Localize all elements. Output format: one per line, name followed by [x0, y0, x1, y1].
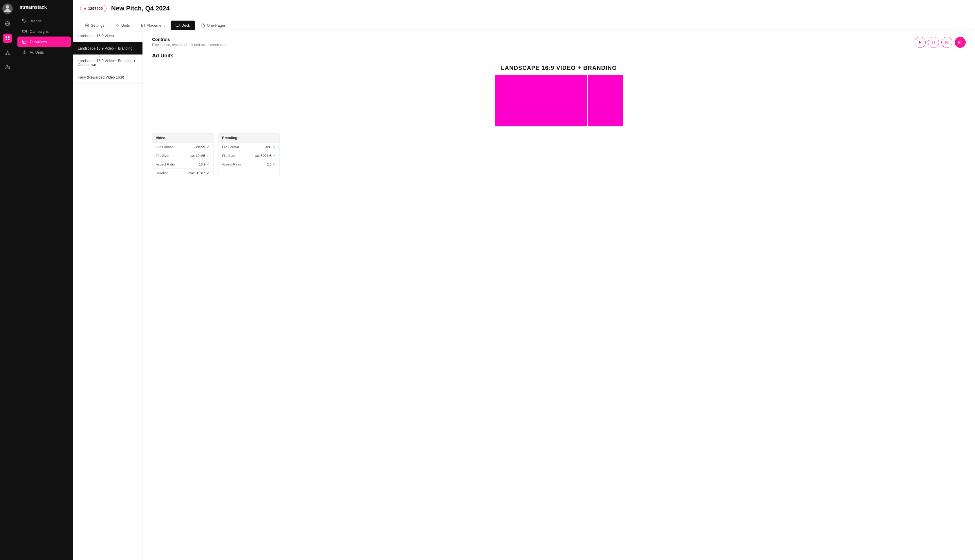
tab-one-pager[interactable]: One-Pager: [196, 21, 231, 30]
units-icon: [115, 23, 120, 28]
camera-icon: [958, 40, 962, 44]
template-item-landscape-video-branding[interactable]: Landscape 16:9 Video + Branding: [73, 42, 142, 55]
svg-point-37: [960, 42, 961, 43]
svg-rect-5: [5, 39, 7, 40]
tab-settings-label: Settings: [91, 23, 104, 28]
layout-icon: [22, 39, 27, 44]
svg-rect-23: [118, 24, 119, 25]
template-item-landscape-video-branding-countdown[interactable]: Landscape 16:9 Video + Branding + Countd…: [73, 55, 142, 71]
screenshot-button[interactable]: [955, 37, 966, 48]
top-header: ● 1297900 New Pitch, Q4 2024: [73, 0, 975, 17]
svg-line-10: [6, 52, 8, 54]
controls-description: Play, pause, restart ad unit and take sc…: [152, 43, 966, 47]
svg-point-9: [9, 54, 10, 55]
play-button[interactable]: [915, 37, 926, 48]
branding-spec-row-size: File Size max. 500 KB ✓: [219, 151, 279, 160]
play-icon: [918, 40, 922, 44]
video-size-label: File Size: [156, 154, 169, 157]
icon-nav-users[interactable]: [3, 63, 12, 72]
controls-section: Controls Play, pause, restart ad unit an…: [152, 37, 966, 47]
branding-specs-table: Branding File Format JPG ✓ File Size max…: [218, 133, 280, 177]
main-body: Landscape 16:9 Video Landscape 16:9 Vide…: [73, 30, 975, 560]
svg-rect-6: [8, 39, 10, 40]
placement-icon: [141, 23, 145, 28]
tab-units[interactable]: Units: [110, 21, 135, 30]
preview-branding: [588, 75, 623, 127]
video-duration-value: max. 15sec ✓: [188, 171, 210, 175]
svg-point-14: [23, 20, 24, 20]
template-list: Landscape 16:9 Video Landscape 16:9 Vide…: [73, 30, 143, 560]
icon-nav-network[interactable]: [3, 48, 12, 57]
video-format-value: WebM ✓: [196, 145, 210, 149]
template-item-fairy[interactable]: Fairy (Rewarded Video 16:9): [73, 71, 142, 84]
branding-format-label: File Format: [222, 145, 239, 149]
tab-units-label: Units: [121, 23, 130, 28]
one-pager-icon: [201, 23, 205, 28]
svg-point-7: [7, 51, 8, 52]
specs-container: Video File Format WebM ✓ File Size max. …: [152, 133, 280, 177]
svg-rect-3: [5, 36, 7, 38]
sidebar-item-campaigns[interactable]: Campaigns: [17, 26, 71, 37]
ad-units-title: Ad Units: [152, 53, 966, 59]
coin-icon: ●: [84, 6, 86, 11]
tab-settings[interactable]: Settings: [80, 21, 109, 30]
sidebar-item-brands[interactable]: Brands: [17, 16, 71, 26]
video-ratio-value: 16:9 ✓: [199, 162, 210, 167]
tab-placement[interactable]: Placement: [136, 21, 169, 30]
credits-badge[interactable]: ● 1297900: [80, 5, 107, 12]
preview-frame: [495, 75, 623, 127]
settings-icon: [85, 23, 89, 28]
video-specs-header: Video: [152, 133, 213, 142]
preview-video: [495, 75, 587, 127]
video-spec-row-ratio: Aspect Ratio 16:9 ✓: [152, 160, 213, 168]
page-title: New Pitch, Q4 2024: [111, 5, 170, 12]
pause-button[interactable]: [928, 37, 939, 48]
svg-point-0: [6, 5, 9, 9]
svg-line-11: [8, 52, 9, 54]
control-buttons: [915, 37, 966, 48]
template-item-landscape-video[interactable]: Landscape 16:9 Video: [73, 30, 142, 42]
tab-deck-label: Deck: [181, 23, 190, 28]
avatar[interactable]: [2, 3, 13, 14]
video-spec-row-duration: Duration max. 15sec ✓: [152, 168, 213, 177]
svg-marker-35: [946, 41, 948, 43]
deck-icon: [176, 23, 180, 28]
icon-nav-globe[interactable]: [3, 19, 12, 28]
video-ratio-label: Aspect Ratio: [156, 163, 175, 166]
video-ratio-check: ✓: [207, 162, 210, 167]
svg-rect-26: [141, 24, 144, 27]
branding-size-check: ✓: [273, 153, 276, 158]
icon-nav-active[interactable]: [3, 33, 12, 43]
svg-rect-29: [176, 24, 179, 26]
branding-spec-row-format: File Format JPG ✓: [219, 142, 279, 151]
pause-icon: [932, 40, 935, 44]
svg-rect-4: [8, 36, 10, 38]
main-sidebar: streamstack Brands Campaigns Templates A…: [15, 0, 73, 560]
ad-units-icon: [22, 50, 27, 55]
tab-deck[interactable]: Deck: [171, 21, 195, 30]
tab-one-pager-label: One-Pager: [207, 23, 226, 28]
sidebar-item-ad-units[interactable]: Ad Units: [17, 47, 71, 57]
branding-format-check: ✓: [273, 145, 276, 149]
svg-marker-32: [919, 41, 921, 44]
sidebar-item-campaigns-label: Campaigns: [30, 29, 49, 33]
tab-bar: Settings Units Placement Deck One-Pager: [73, 17, 975, 30]
controls-title: Controls: [152, 37, 966, 42]
branding-ratio-check: ✓: [273, 162, 276, 167]
branding-spec-row-ratio: Aspect Ratio 2:3 ✓: [219, 160, 279, 168]
svg-point-21: [87, 25, 88, 26]
content-area: ● 1297900 New Pitch, Q4 2024 Settings Un…: [73, 0, 975, 560]
svg-rect-33: [933, 41, 933, 43]
sidebar-item-templates[interactable]: Templates: [17, 37, 71, 47]
svg-rect-24: [116, 26, 117, 27]
video-size-value: max. 10 MB ✓: [188, 153, 210, 158]
branding-ratio-value: 2:3 ✓: [267, 162, 276, 167]
tab-placement-label: Placement: [147, 23, 164, 28]
svg-rect-25: [118, 26, 119, 27]
svg-rect-22: [116, 24, 117, 25]
sidebar-item-ad-units-label: Ad Units: [30, 50, 44, 55]
restart-button[interactable]: [942, 37, 952, 48]
svg-point-12: [6, 65, 8, 67]
svg-rect-34: [934, 41, 934, 43]
svg-point-8: [5, 54, 7, 55]
